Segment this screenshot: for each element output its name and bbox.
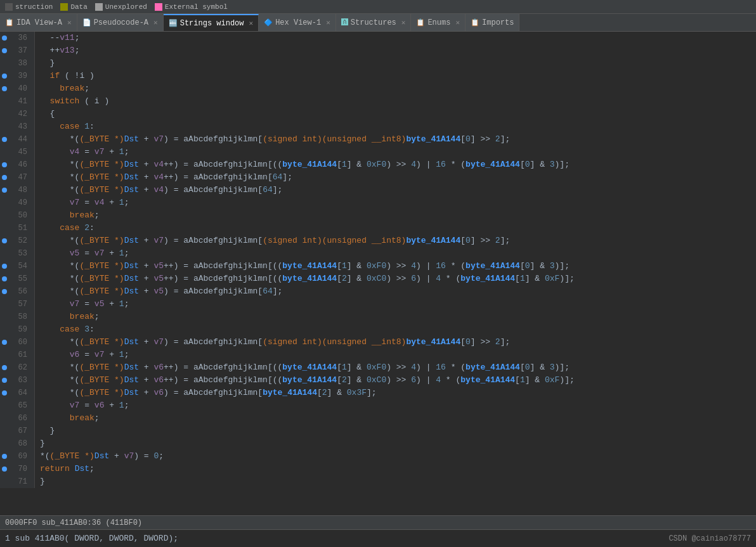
code-row[interactable]: 36 --v11;	[0, 32, 756, 44]
line-gutter: 41	[0, 95, 35, 108]
breakpoint-dot[interactable]	[2, 86, 7, 91]
code-content: *((_BYTE *)Dst + v6++) = aAbcdefghijklmn…	[35, 374, 575, 387]
code-row[interactable]: 67 }	[0, 425, 756, 437]
tab-label-hex: Hex View-1	[275, 18, 321, 27]
code-row[interactable]: 57 v7 = v5 + 1;	[0, 298, 756, 311]
code-row[interactable]: 37 ++v13;	[0, 44, 756, 57]
code-row[interactable]: 60 *((_BYTE *)Dst + v7) = aAbcdefghijklm…	[0, 336, 756, 349]
tab-imports[interactable]: 📋 Imports	[466, 14, 519, 32]
tab-enums[interactable]: 📋 Enums ✕	[411, 14, 466, 32]
line-number: 37	[10, 44, 27, 57]
line-number: 52	[10, 235, 27, 247]
code-row[interactable]: 48 *((_BYTE *)Dst + v4) = aAbcdefghijklm…	[0, 184, 756, 196]
breakpoint-dot[interactable]	[2, 365, 7, 370]
code-row[interactable]: 54 *((_BYTE *)Dst + v5++) = aAbcdefghijk…	[0, 260, 756, 273]
code-row[interactable]: 42 {	[0, 108, 756, 120]
line-gutter: 49	[0, 196, 35, 209]
code-row[interactable]: 43 case 1:	[0, 120, 756, 133]
code-row[interactable]: 65 v7 = v6 + 1;	[0, 399, 756, 412]
code-row[interactable]: 39 if ( !i )	[0, 70, 756, 82]
breakpoint-dot[interactable]	[2, 48, 7, 53]
breakpoint-dot[interactable]	[2, 162, 7, 167]
code-row[interactable]: 69*((_BYTE *)Dst + v7) = 0;	[0, 450, 756, 463]
line-gutter: 58	[0, 311, 35, 323]
code-area[interactable]: 36 --v11;37 ++v13;38 }39 if ( !i )40 bre…	[0, 32, 756, 515]
line-number: 64	[10, 387, 27, 399]
tab-icon-struct: 🅰	[341, 18, 348, 27]
tab-close-pseudo[interactable]: ✕	[153, 18, 158, 27]
no-dot	[2, 251, 7, 256]
legend-data: Data	[60, 3, 87, 11]
code-row[interactable]: 62 *((_BYTE *)Dst + v6++) = aAbcdefghijk…	[0, 361, 756, 374]
no-dot	[2, 150, 7, 155]
tab-close-ida[interactable]: ✕	[67, 18, 72, 27]
tab-label-ida: IDA View-A	[16, 18, 62, 27]
tab-close-hex[interactable]: ✕	[326, 18, 330, 27]
breakpoint-dot[interactable]	[2, 74, 7, 79]
code-row[interactable]: 40 break;	[0, 82, 756, 95]
breakpoint-dot[interactable]	[2, 175, 7, 180]
code-content: break;	[35, 311, 100, 323]
code-row[interactable]: 70return Dst;	[0, 463, 756, 475]
code-row[interactable]: 46 *((_BYTE *)Dst + v4++) = aAbcdefghijk…	[0, 158, 756, 171]
tab-strings[interactable]: 🔤 Strings window ✕	[164, 14, 259, 32]
code-row[interactable]: 53 v5 = v7 + 1;	[0, 247, 756, 260]
code-row[interactable]: 52 *((_BYTE *)Dst + v7) = aAbcdefghijklm…	[0, 235, 756, 247]
no-dot	[2, 112, 7, 117]
tab-close-strings[interactable]: ✕	[249, 19, 254, 27]
code-row[interactable]: 58 break;	[0, 311, 756, 323]
line-number: 53	[10, 247, 27, 260]
breakpoint-dot[interactable]	[2, 35, 7, 41]
code-row[interactable]: 44 *((_BYTE *)Dst + v7) = aAbcdefghijklm…	[0, 133, 756, 146]
breakpoint-dot[interactable]	[2, 264, 7, 269]
line-gutter: 55	[0, 273, 35, 285]
breakpoint-dot[interactable]	[2, 454, 7, 459]
line-gutter: 50	[0, 209, 35, 222]
tab-structures[interactable]: 🅰 Structures ✕	[336, 14, 412, 32]
code-row[interactable]: 68}	[0, 437, 756, 450]
code-content: *((_BYTE *)Dst + v7) = aAbcdefghijklmn[(…	[35, 133, 510, 146]
tab-hex-view[interactable]: 🔷 Hex View-1 ✕	[259, 14, 336, 32]
code-row[interactable]: 49 v7 = v4 + 1;	[0, 196, 756, 209]
legend-dot-data	[60, 3, 68, 11]
code-row[interactable]: 45 v4 = v7 + 1;	[0, 146, 756, 158]
code-content: }	[35, 437, 45, 450]
line-gutter: 59	[0, 323, 35, 336]
line-number: 39	[10, 70, 27, 82]
breakpoint-dot[interactable]	[2, 137, 7, 142]
tab-close-enums[interactable]: ✕	[455, 18, 460, 27]
code-row[interactable]: 56 *((_BYTE *)Dst + v5) = aAbcdefghijklm…	[0, 285, 756, 298]
code-row[interactable]: 63 *((_BYTE *)Dst + v6++) = aAbcdefghijk…	[0, 374, 756, 387]
code-row[interactable]: 47 *((_BYTE *)Dst + v4++) = aAbcdefghijk…	[0, 171, 756, 184]
code-content: *((_BYTE *)Dst + v6++) = aAbcdefghijklmn…	[35, 361, 570, 374]
tab-close-struct[interactable]: ✕	[401, 18, 406, 27]
code-row[interactable]: 61 v6 = v7 + 1;	[0, 349, 756, 361]
code-row[interactable]: 51 case 2:	[0, 222, 756, 235]
line-number: 70	[10, 463, 27, 475]
tab-pseudocode[interactable]: 📄 Pseudocode-A ✕	[77, 14, 164, 32]
code-row[interactable]: 59 case 3:	[0, 323, 756, 336]
breakpoint-dot[interactable]	[2, 276, 7, 281]
code-row[interactable]: 66 break;	[0, 412, 756, 425]
breakpoint-dot[interactable]	[2, 188, 7, 193]
line-number: 57	[10, 298, 27, 311]
code-row[interactable]: 55 *((_BYTE *)Dst + v5++) = aAbcdefghijk…	[0, 273, 756, 285]
code-row[interactable]: 41 switch ( i )	[0, 95, 756, 108]
breakpoint-dot[interactable]	[2, 378, 7, 383]
legend-label-instruction: struction	[15, 3, 53, 11]
code-row[interactable]: 64 *((_BYTE *)Dst + v6) = aAbcdefghijklm…	[0, 387, 756, 399]
code-row[interactable]: 38 }	[0, 57, 756, 70]
code-row[interactable]: 71}	[0, 475, 756, 488]
code-row[interactable]: 50 break;	[0, 209, 756, 222]
line-gutter: 70	[0, 463, 35, 475]
tab-label-imports: Imports	[482, 18, 514, 27]
no-dot	[2, 302, 7, 307]
tab-label-enums: Enums	[427, 18, 450, 27]
tab-ida-view[interactable]: 📋 IDA View-A ✕	[0, 14, 77, 32]
breakpoint-dot[interactable]	[2, 467, 7, 472]
breakpoint-dot[interactable]	[2, 340, 7, 345]
breakpoint-dot[interactable]	[2, 289, 7, 294]
breakpoint-dot[interactable]	[2, 390, 7, 396]
no-dot	[2, 428, 7, 434]
breakpoint-dot[interactable]	[2, 238, 7, 243]
